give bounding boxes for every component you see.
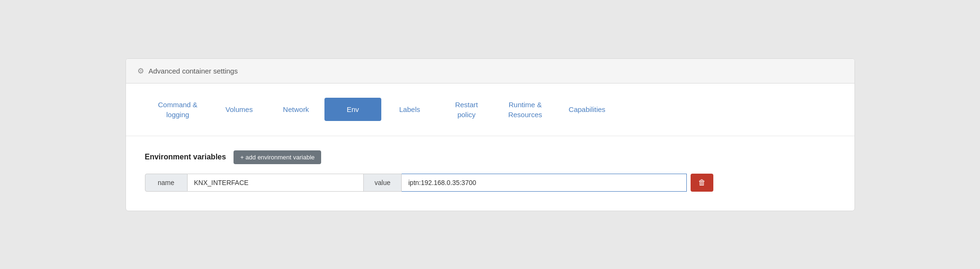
env-name-label: name — [145, 174, 188, 192]
tab-env[interactable]: Env — [324, 98, 381, 121]
content-area: Environment variables + add environment … — [126, 136, 854, 211]
tab-volumes[interactable]: Volumes — [211, 98, 268, 121]
env-variable-row: name value 🗑 — [145, 174, 713, 192]
advanced-settings-card: ⚙ Advanced container settings Command & … — [126, 58, 855, 211]
trash-icon: 🗑 — [698, 178, 706, 187]
tab-runtime-resources[interactable]: Runtime & Resources — [495, 93, 556, 126]
env-value-input[interactable] — [402, 174, 687, 192]
tab-network[interactable]: Network — [268, 98, 324, 121]
delete-env-variable-button[interactable]: 🗑 — [691, 174, 713, 192]
tab-labels[interactable]: Labels — [381, 98, 438, 121]
gear-icon: ⚙ — [137, 66, 144, 75]
card-header-title: Advanced container settings — [149, 67, 238, 75]
env-header: Environment variables + add environment … — [145, 150, 836, 164]
card-header: ⚙ Advanced container settings — [126, 59, 854, 83]
tab-command-logging[interactable]: Command & logging — [145, 93, 211, 126]
tabs-row: Command & logging Volumes Network Env La… — [126, 83, 854, 136]
env-value-label: value — [364, 174, 402, 192]
env-name-input[interactable] — [188, 174, 364, 192]
tab-capabilities[interactable]: Capabilities — [556, 98, 619, 121]
add-environment-variable-button[interactable]: + add environment variable — [234, 150, 321, 164]
env-variables-title: Environment variables — [145, 153, 226, 161]
tab-restart-policy[interactable]: Restart policy — [438, 93, 495, 126]
